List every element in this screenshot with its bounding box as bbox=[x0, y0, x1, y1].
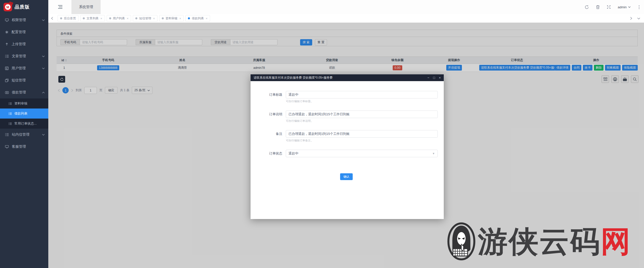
chevron-down-icon bbox=[42, 56, 45, 57]
modal-title: 请联系在线客服支付本次贷款服务费 贷款额度*0.05=服务费 bbox=[254, 76, 425, 80]
tab-label: 借款列表 bbox=[192, 16, 204, 21]
app-logo[interactable]: M 品质版 bbox=[0, 0, 48, 14]
sidebar-item-user[interactable]: 用户管理 bbox=[0, 62, 48, 74]
sidebar-item-upload[interactable]: 上传管理 bbox=[0, 38, 48, 50]
header-actions: admin bbox=[585, 0, 640, 14]
fullscreen-icon[interactable] bbox=[607, 5, 611, 9]
minimize-icon[interactable]: − bbox=[427, 76, 429, 79]
brand-icon: M bbox=[4, 3, 12, 11]
tab-sms[interactable]: 短信管理 × bbox=[133, 15, 157, 22]
sidebar-item-label: 权限管理 bbox=[12, 18, 39, 22]
tab-close-icon[interactable]: × bbox=[206, 17, 208, 20]
brand-name: 品质版 bbox=[15, 4, 30, 10]
tab-dot bbox=[109, 17, 111, 19]
remark-label: 备注 bbox=[257, 132, 282, 136]
brand-emblem: M bbox=[5, 4, 11, 10]
hacker-logo bbox=[447, 222, 475, 261]
sidebar-item-label: 上传管理 bbox=[12, 42, 45, 46]
list-icon bbox=[9, 102, 12, 105]
tab-user-list[interactable]: 用户列表 × bbox=[107, 15, 131, 22]
tab-home[interactable]: 后台首页 bbox=[58, 15, 78, 22]
sidebar-subitem-loan-list[interactable]: 借款列表 bbox=[0, 109, 48, 119]
sidebar-item-loan[interactable]: 借款管理 bbox=[0, 86, 48, 98]
list-icon bbox=[5, 133, 9, 136]
sidebar-item-label: 配置管理 bbox=[12, 30, 45, 34]
sidebar-item-label: 文章管理 bbox=[12, 54, 39, 59]
tab-dot bbox=[162, 17, 164, 19]
order-desc-help: 可自行编辑订单说明。 bbox=[286, 119, 313, 123]
tab-loan-list[interactable]: 借款列表 × bbox=[185, 15, 210, 22]
tab-close-icon[interactable]: × bbox=[153, 17, 155, 20]
more-options-icon[interactable] bbox=[638, 5, 640, 10]
site-watermark: 游侠云码网 bbox=[447, 222, 631, 261]
chevron-down-icon bbox=[628, 6, 631, 8]
order-status-label: 订单状态 bbox=[257, 151, 282, 156]
tab-close-icon[interactable]: × bbox=[127, 17, 129, 20]
refresh-icon[interactable] bbox=[585, 5, 589, 9]
order-status-select[interactable]: 退款中 ▼ bbox=[286, 150, 438, 157]
window-controls: − □ × bbox=[427, 76, 441, 79]
sidebar-item-article[interactable]: 文章管理 bbox=[0, 50, 48, 62]
remark-input[interactable] bbox=[286, 130, 438, 138]
user-menu[interactable]: admin bbox=[618, 5, 631, 9]
loan-submenu: 资料审核 借款列表 常用订单状态... bbox=[0, 98, 48, 129]
sidebar-item-config[interactable]: 配置管理 bbox=[0, 26, 48, 38]
chevron-up-icon bbox=[42, 92, 45, 93]
modal-titlebar[interactable]: 请联系在线客服支付本次贷款服务费 贷款额度*0.05=服务费 − □ × bbox=[251, 74, 444, 81]
sidebar-item-service[interactable]: 客服管理 bbox=[0, 141, 48, 153]
sidebar-subitem-order-status[interactable]: 常用订单状态... bbox=[0, 119, 48, 129]
collapse-menu-icon[interactable] bbox=[58, 5, 63, 9]
list-icon bbox=[9, 112, 12, 115]
page-tabbar: 后台首页 文章列表 × 用户列表 × 短信管理 × 资料审核 × 借款列表 × bbox=[48, 14, 644, 23]
chevron-down-icon bbox=[42, 19, 45, 21]
sidebar-item-mail[interactable]: 站内信管理 bbox=[0, 129, 48, 141]
sidebar-item-sms[interactable]: 短信管理 bbox=[0, 74, 48, 86]
monitor-icon bbox=[5, 145, 9, 148]
order-title-help: 可自行编辑订单标题。 bbox=[286, 99, 313, 103]
tab-label: 短信管理 bbox=[139, 16, 151, 21]
open-tabs: 后台首页 文章列表 × 用户列表 × 短信管理 × 资料审核 × 借款列表 × bbox=[56, 15, 627, 22]
tabs-scroll-left-icon[interactable] bbox=[48, 17, 56, 20]
remark-row: 备注 bbox=[257, 130, 438, 138]
header-tab-system[interactable]: 系统管理 bbox=[71, 0, 101, 14]
money-icon bbox=[5, 91, 9, 94]
chevron-down-icon bbox=[42, 134, 45, 136]
sidebar-item-label: 短信管理 bbox=[12, 78, 45, 83]
order-desc-input[interactable] bbox=[286, 111, 438, 118]
order-title-row: 订单标题 bbox=[257, 91, 438, 98]
asterisk-icon bbox=[5, 30, 9, 34]
tab-close-icon[interactable]: × bbox=[179, 17, 181, 20]
tab-close-icon[interactable]: × bbox=[100, 17, 102, 20]
username: admin bbox=[618, 5, 627, 9]
sidebar: M 品质版 权限管理 配置管理 上传管理 文章管理 用户管理 短信管理 借款管理 bbox=[0, 0, 48, 268]
watermark-red-char: 网 bbox=[601, 225, 631, 258]
tabs-scroll-right-icon[interactable] bbox=[627, 17, 635, 20]
chevron-down-icon: ▼ bbox=[432, 152, 435, 155]
tab-label: 文章列表 bbox=[87, 16, 99, 21]
tabs-menu-icon[interactable] bbox=[635, 18, 642, 19]
list-icon bbox=[5, 55, 9, 58]
monitor-icon bbox=[5, 18, 9, 22]
sidebar-item-permission[interactable]: 权限管理 bbox=[0, 14, 48, 26]
order-title-input[interactable] bbox=[286, 91, 438, 98]
tab-dot bbox=[188, 17, 190, 19]
remark-help: 可自行编辑订单备注。 bbox=[286, 139, 313, 142]
copy-icon bbox=[5, 79, 9, 82]
watermark-text: 游侠云码网 bbox=[478, 227, 631, 256]
chevron-down-icon bbox=[42, 68, 45, 69]
trash-icon[interactable] bbox=[596, 5, 600, 9]
order-status-value: 退款中 bbox=[289, 151, 298, 156]
tab-dot bbox=[135, 17, 137, 19]
tab-label: 用户列表 bbox=[113, 16, 125, 21]
close-icon[interactable]: × bbox=[439, 76, 441, 79]
confirm-button[interactable]: 确认 bbox=[340, 173, 353, 180]
sidebar-subitem-data-review[interactable]: 资料审核 bbox=[0, 98, 48, 109]
maximize-icon[interactable]: □ bbox=[433, 76, 435, 79]
tab-dot bbox=[60, 17, 62, 19]
tab-data-review[interactable]: 资料审核 × bbox=[159, 15, 184, 22]
tab-article-list[interactable]: 文章列表 × bbox=[80, 15, 105, 22]
upload-arrow-icon bbox=[5, 42, 9, 46]
sidebar-subitem-label: 借款列表 bbox=[14, 111, 27, 116]
sidebar-item-label: 站内信管理 bbox=[12, 132, 39, 137]
tab-label: 资料审核 bbox=[166, 16, 178, 21]
